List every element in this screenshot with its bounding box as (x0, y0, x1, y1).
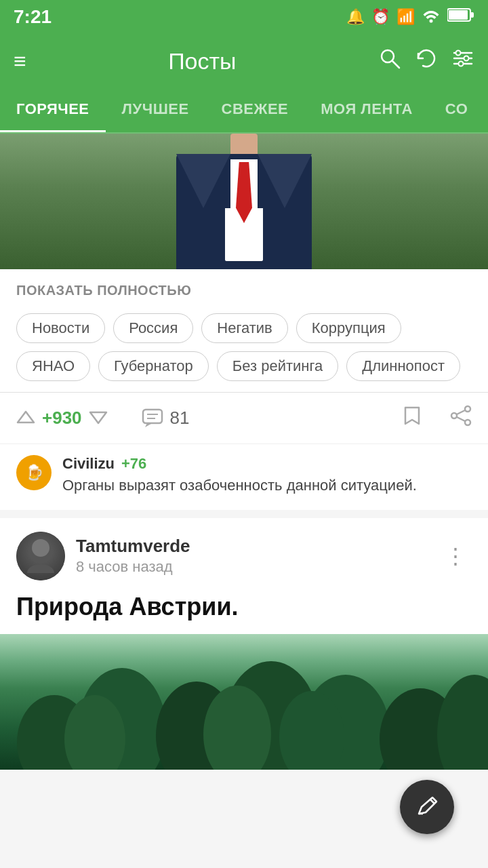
comment-author-line: Civilizu +76 (62, 455, 417, 473)
svg-rect-12 (143, 410, 162, 423)
comments-button[interactable]: 81 (128, 408, 190, 429)
comment-body: Civilizu +76 Органы выразят озабоченност… (62, 455, 417, 496)
tag-no-rating[interactable]: Без рейтинга (217, 351, 338, 381)
svg-line-32 (430, 800, 434, 804)
search-icon[interactable] (378, 47, 401, 75)
status-bar: 7:21 🔔 ⏰ 📶 (0, 0, 488, 34)
menu-icon[interactable]: ≡ (14, 49, 26, 74)
vote-score: +930 (42, 408, 82, 429)
filter-icon[interactable] (451, 47, 474, 75)
svg-point-28 (437, 675, 488, 770)
share-button[interactable] (450, 405, 472, 431)
tab-hot[interactable]: ГОРЯЧЕЕ (0, 88, 106, 132)
svg-line-20 (457, 417, 465, 421)
refresh-icon[interactable] (415, 47, 438, 75)
comment-avatar: 🍺 (16, 455, 52, 490)
svg-point-21 (32, 539, 49, 557)
tag-corruption[interactable]: Коррупция (296, 313, 401, 343)
comment-text: Органы выразят озабоченность данной ситу… (62, 475, 417, 496)
app-title: Посты (40, 48, 365, 75)
svg-marker-15 (405, 408, 419, 424)
post-image (0, 134, 488, 269)
tab-bar: ГОРЯЧЕЕ ЛУЧШЕЕ СВЕЖЕЕ МОЯ ЛЕНТА СО (0, 88, 488, 134)
status-icons: 🔔 ⏰ 📶 (346, 7, 474, 27)
svg-point-18 (465, 420, 470, 425)
comment-score: +76 (121, 455, 146, 473)
post-header: Tamtumverde 8 часов назад ⋮ (0, 518, 488, 591)
tab-co[interactable]: СО (429, 88, 484, 132)
post-time: 8 часов назад (76, 558, 428, 576)
comment-preview: 🍺 Civilizu +76 Органы выразят озабоченно… (0, 443, 488, 510)
alarm-icon: ⏰ (371, 8, 390, 26)
signal-icon: 📶 (396, 8, 415, 26)
tag-russia[interactable]: Россия (113, 313, 193, 343)
svg-rect-3 (470, 12, 474, 18)
post-meta: Tamtumverde 8 часов назад (76, 536, 428, 576)
svg-point-17 (465, 406, 470, 412)
post-username: Tamtumverde (76, 536, 428, 557)
comment-author: Civilizu (62, 455, 115, 473)
post-avatar (16, 532, 65, 580)
action-bar: +930 81 (0, 393, 488, 443)
tag-longpost[interactable]: Длиннопост (346, 351, 460, 381)
tags-container: Новости Россия Негатив Коррупция ЯНАО Гу… (0, 305, 488, 392)
tag-novosti[interactable]: Новости (16, 313, 105, 343)
tag-negative[interactable]: Негатив (201, 313, 287, 343)
downvote-button[interactable] (89, 407, 108, 430)
tag-yanao[interactable]: ЯНАО (16, 351, 90, 381)
nature-image (0, 634, 488, 770)
svg-line-5 (392, 61, 399, 68)
comments-count: 81 (170, 408, 190, 429)
post-title: Природа Австрии. (0, 591, 488, 634)
svg-point-9 (456, 51, 461, 56)
svg-rect-2 (449, 10, 468, 20)
notification-icon: 🔔 (346, 8, 365, 26)
svg-point-0 (430, 20, 433, 23)
battery-icon (447, 7, 474, 26)
svg-point-10 (464, 56, 469, 61)
bookmark-button[interactable] (401, 405, 423, 431)
post-card-2: Tamtumverde 8 часов назад ⋮ Природа Авст… (0, 518, 488, 770)
tab-fresh[interactable]: СВЕЖЕЕ (205, 88, 305, 132)
post-menu-button[interactable]: ⋮ (439, 538, 472, 574)
tab-best[interactable]: ЛУЧШЕЕ (106, 88, 205, 132)
wifi-icon (422, 7, 441, 27)
app-bar: ≡ Посты (0, 34, 488, 88)
show-more-button[interactable]: ПОКАЗАТЬ ПОЛНОСТЬЮ (0, 269, 488, 305)
upvote-button[interactable] (16, 409, 35, 428)
status-time: 7:21 (14, 6, 52, 28)
post-card-1: ПОКАЗАТЬ ПОЛНОСТЬЮ Новости Россия Негати… (0, 134, 488, 510)
svg-line-19 (457, 410, 465, 414)
svg-point-16 (451, 413, 457, 418)
tag-governor[interactable]: Губернатор (98, 351, 209, 381)
post-person-figure (176, 134, 312, 269)
svg-point-11 (459, 62, 464, 66)
avatar-figure (16, 532, 65, 580)
tab-feed[interactable]: МОЯ ЛЕНТА (304, 88, 429, 132)
fab-write-button[interactable] (400, 780, 454, 834)
